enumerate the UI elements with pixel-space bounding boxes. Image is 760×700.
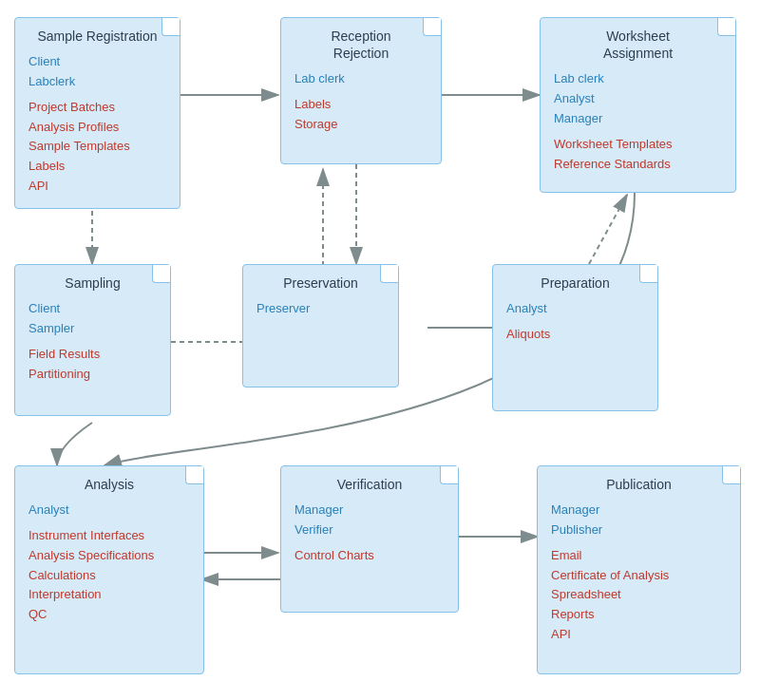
node-verification: Verification ManagerVerifier Control Cha…: [280, 465, 459, 613]
arrow-prep-wa: [589, 195, 627, 264]
ver-items: Control Charts: [294, 546, 445, 566]
pres-title: Preservation: [256, 274, 385, 292]
ver-title: Verification: [294, 476, 445, 493]
an-items: Instrument InterfacesAnalysis Specificat…: [28, 526, 190, 625]
node-preservation: Preservation Preserver: [242, 264, 399, 388]
sa-items: Field ResultsPartitioning: [28, 345, 157, 385]
node-reception-rejection: ReceptionRejection Lab clerk LabelsStora…: [280, 17, 442, 164]
prep-roles: Analyst: [506, 299, 644, 319]
pub-roles: ManagerPublisher: [551, 501, 727, 540]
sr-roles: ClientLabclerk: [28, 52, 166, 92]
node-sample-registration: Sample Registration ClientLabclerk Proje…: [14, 17, 180, 209]
pres-roles: Preserver: [256, 299, 385, 319]
wa-roles: Lab clerkAnalystManager: [554, 69, 722, 128]
rr-title: ReceptionRejection: [294, 28, 428, 62]
rr-items: LabelsStorage: [294, 95, 428, 135]
ver-roles: ManagerVerifier: [294, 501, 445, 540]
node-worksheet-assignment: WorksheetAssignment Lab clerkAnalystMana…: [540, 17, 736, 193]
an-title: Analysis: [28, 476, 190, 493]
sa-title: Sampling: [28, 274, 157, 292]
wa-items: Worksheet TemplatesReference Standards: [554, 135, 722, 175]
rr-roles: Lab clerk: [294, 69, 428, 89]
arrow-sa-an: [57, 423, 92, 465]
node-preparation: Preparation Analyst Aliquots: [492, 264, 658, 411]
prep-title: Preparation: [506, 274, 644, 292]
node-sampling: Sampling ClientSampler Field ResultsPart…: [14, 264, 171, 416]
wa-title: WorksheetAssignment: [554, 28, 722, 62]
sr-title: Sample Registration: [28, 28, 166, 45]
sa-roles: ClientSampler: [28, 299, 157, 339]
workflow-diagram: Sample Registration ClientLabclerk Proje…: [0, 0, 760, 700]
an-roles: Analyst: [28, 501, 190, 520]
pub-title: Publication: [551, 476, 727, 493]
prep-items: Aliquots: [506, 325, 644, 345]
sr-items: Project BatchesAnalysis ProfilesSample T…: [28, 98, 166, 197]
node-publication: Publication ManagerPublisher EmailCertif…: [537, 465, 741, 674]
node-analysis: Analysis Analyst Instrument InterfacesAn…: [14, 465, 204, 674]
pub-items: EmailCertificate of AnalysisSpreadsheetR…: [551, 546, 727, 645]
